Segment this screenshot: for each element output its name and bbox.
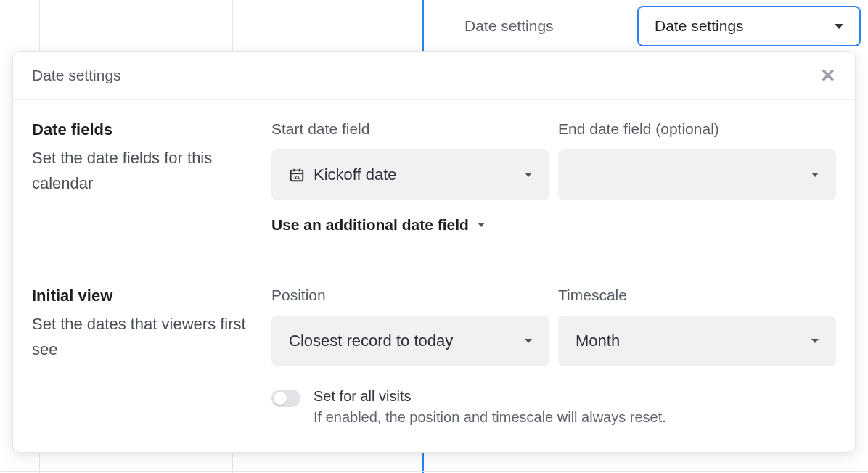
date-settings-dropdown[interactable]: Date settings: [637, 6, 861, 46]
toggle-title: Set for all visits: [314, 388, 666, 405]
end-date-field-group: End date field (optional): [558, 120, 836, 200]
additional-date-field-button[interactable]: Use an additional date field: [271, 216, 836, 234]
toggle-text: Set for all visits If enabled, the posit…: [314, 388, 666, 426]
section-info: Initial view Set the dates that viewers …: [32, 287, 257, 366]
chevron-down-icon: [525, 173, 532, 177]
close-icon[interactable]: ✕: [820, 66, 836, 85]
date-fields-section: Date fields Set the date fields for this…: [32, 120, 836, 200]
toggle-description: If enabled, the position and timescale w…: [314, 409, 666, 426]
chevron-down-icon: [478, 223, 485, 227]
chevron-down-icon: [811, 173, 819, 177]
chevron-down-icon: [811, 339, 819, 343]
start-date-value: Kickoff date: [314, 165, 397, 184]
position-label: Position: [271, 287, 549, 304]
chevron-down-icon: [525, 339, 532, 343]
timescale-field-group: Timescale Month: [558, 287, 836, 366]
start-date-label: Start date field: [271, 120, 549, 138]
header-controls: Date settings Date settings: [464, 6, 861, 46]
set-for-all-visits-row: Set for all visits If enabled, the posit…: [271, 388, 836, 426]
timescale-label: Timescale: [558, 287, 836, 304]
start-date-select[interactable]: 31 Kickoff date: [271, 149, 549, 200]
modal-header: Date settings ✕: [13, 52, 855, 100]
end-date-select[interactable]: [558, 149, 836, 200]
modal-body: Date fields Set the date fields for this…: [13, 100, 855, 452]
section-fields: Start date field 31: [271, 120, 836, 200]
date-settings-label: Date settings: [464, 17, 554, 35]
section-fields: Position Closest record to today Timesca…: [271, 287, 836, 366]
section-title: Date fields: [32, 120, 257, 139]
position-field-group: Position Closest record to today: [271, 287, 549, 366]
svg-text:31: 31: [294, 174, 300, 181]
set-for-all-visits-toggle[interactable]: [271, 390, 300, 407]
date-settings-modal: Date settings ✕ Date fields Set the date…: [12, 51, 856, 453]
modal-title: Date settings: [32, 67, 121, 84]
section-divider: [32, 260, 836, 260]
section-description: Set the date fields for this calendar: [32, 145, 257, 196]
initial-view-section: Initial view Set the dates that viewers …: [32, 287, 836, 366]
position-select[interactable]: Closest record to today: [271, 316, 549, 366]
section-info: Date fields Set the date fields for this…: [32, 120, 257, 200]
calendar-icon: 31: [289, 167, 305, 183]
grid-line: [0, 471, 868, 472]
additional-date-field-label: Use an additional date field: [271, 216, 469, 234]
dropdown-value: Date settings: [655, 17, 744, 35]
toggle-knob: [274, 392, 287, 405]
start-date-field-group: Start date field 31: [271, 120, 549, 200]
timescale-value: Month: [576, 332, 620, 350]
section-title: Initial view: [32, 287, 257, 305]
position-value: Closest record to today: [289, 332, 453, 350]
chevron-down-icon: [835, 24, 843, 29]
timescale-select[interactable]: Month: [558, 316, 836, 366]
section-description: Set the dates that viewers first see: [32, 311, 257, 362]
end-date-label: End date field (optional): [558, 120, 836, 138]
